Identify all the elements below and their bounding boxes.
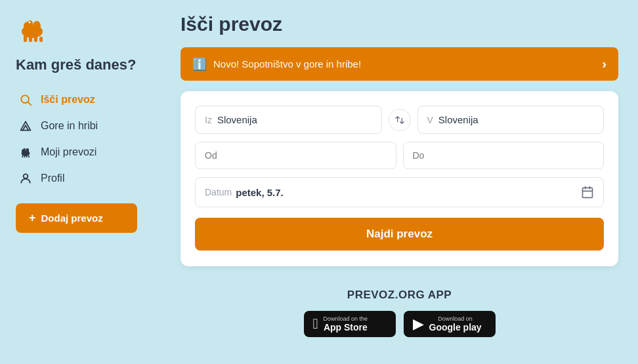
to-location-input[interactable]: V Slovenija (417, 106, 605, 134)
sidebar-item-label-moji-prevozi: Moji prevozi (41, 146, 96, 158)
date-input[interactable]: Datum petek, 5.7. (195, 177, 604, 207)
search-card: Iz Slovenija V Slovenija Datum petek, 5.… (181, 91, 618, 266)
app-title: PREVOZ.ORG APP (181, 289, 618, 302)
date-value: petek, 5.7. (236, 187, 581, 198)
sidebar-title: Kam greš danes? (16, 56, 158, 73)
svg-point-2 (28, 20, 33, 27)
calendar-icon (581, 186, 594, 199)
page-title: Išči prevoz (181, 13, 618, 35)
from-location-input[interactable]: Iz Slovenija (195, 106, 382, 134)
to-city-input[interactable] (403, 142, 605, 169)
app-badges:  Download on the App Store ▶ Download o… (181, 311, 618, 337)
svg-rect-17 (24, 155, 26, 157)
svg-rect-6 (39, 37, 43, 42)
info-icon: ℹ️ (192, 57, 207, 71)
notice-text: Novo! Sopotništvo v gore in hribe! (213, 58, 595, 70)
from-city-input[interactable] (195, 142, 396, 169)
svg-rect-19 (28, 155, 30, 157)
sidebar: Kam greš danes? Išči prevoz Gore in hrib… (0, 0, 174, 364)
googleplay-sub: Download on (429, 315, 482, 322)
sidebar-item-label-profil: Profil (41, 172, 64, 184)
appstore-text: Download on the App Store (324, 315, 368, 333)
from-prefix: Iz (205, 115, 212, 125)
city-row (195, 142, 604, 169)
plus-icon: + (29, 211, 36, 225)
appstore-badge[interactable]:  Download on the App Store (304, 311, 396, 337)
svg-rect-4 (29, 37, 32, 42)
sidebar-item-profil[interactable]: Profil (16, 165, 158, 192)
svg-rect-16 (22, 155, 24, 158)
date-label: Datum (205, 187, 232, 197)
svg-rect-18 (26, 155, 28, 158)
sidebar-item-label-isci-prevoz: Išči prevoz (41, 94, 95, 106)
swap-button[interactable] (389, 109, 411, 131)
sidebar-item-isci-prevoz[interactable]: Išči prevoz (16, 87, 158, 113)
svg-point-8 (29, 22, 31, 24)
svg-rect-5 (34, 35, 37, 42)
svg-point-14 (23, 148, 26, 152)
googleplay-text: Download on Google play (429, 315, 482, 333)
svg-rect-3 (24, 35, 27, 42)
main-content: Išči prevoz ℹ️ Novo! Sopotništvo v gore … (174, 0, 638, 364)
svg-rect-21 (583, 188, 593, 197)
camel-icon (18, 145, 33, 159)
svg-point-7 (33, 21, 41, 31)
to-value: Slovenija (438, 114, 478, 125)
app-section: PREVOZ.ORG APP  Download on the App Sto… (181, 282, 618, 344)
from-value: Slovenija (217, 114, 257, 125)
googleplay-badge[interactable]: ▶ Download on Google play (404, 311, 496, 337)
search-button[interactable]: Najdi prevoz (195, 218, 604, 251)
appstore-name: App Store (324, 322, 368, 333)
search-button-label: Najdi prevoz (366, 228, 433, 240)
apple-icon:  (313, 315, 318, 333)
add-prevoz-button[interactable]: + Dodaj prevoz (16, 203, 137, 233)
logo (16, 13, 49, 46)
sidebar-item-moji-prevozi[interactable]: Moji prevozi (16, 139, 158, 165)
svg-line-10 (28, 102, 32, 106)
sidebar-item-gore-in-hribi[interactable]: Gore in hribi (16, 113, 158, 139)
sidebar-item-label-gore-in-hribi: Gore in hribi (41, 120, 98, 132)
chevron-right-icon: › (602, 56, 606, 71)
appstore-sub: Download on the (324, 315, 368, 322)
person-icon (18, 171, 33, 186)
to-prefix: V (427, 115, 433, 125)
location-row: Iz Slovenija V Slovenija (195, 106, 604, 134)
svg-point-20 (24, 174, 28, 178)
add-prevoz-label: Dodaj prevoz (41, 212, 103, 224)
notice-bar[interactable]: ℹ️ Novo! Sopotništvo v gore in hribe! › (181, 47, 618, 81)
googleplay-name: Google play (429, 322, 482, 333)
svg-point-15 (26, 148, 29, 152)
google-play-icon: ▶ (413, 315, 424, 333)
mountain-icon (18, 119, 33, 133)
search-icon (18, 92, 33, 107)
